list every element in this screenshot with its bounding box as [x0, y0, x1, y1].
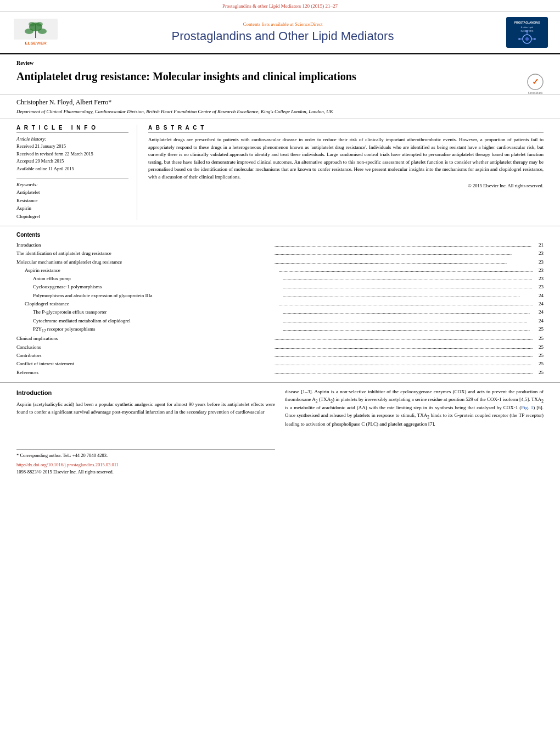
article-title: Antiplatelet drug resistance: Molecular … [16, 69, 527, 83]
abstract-column: A B S T R A C T Antiplatelet drugs are p… [148, 125, 544, 220]
intro-right-col: disease [1–3]. Aspirin is a non-selectiv… [285, 388, 544, 476]
contents-row-anion: Anion efflux pump ......................… [16, 275, 544, 283]
svg-point-17 [518, 38, 520, 40]
journal-logo-right: PROSTAGLANDINS & other Lipid INHIBITORS [505, 16, 549, 49]
header-section: ELSEVIER Contents lists available at Sci… [0, 12, 560, 54]
article-type: Review [0, 54, 560, 67]
contents-row-aspirin-resistance: Aspirin resistance .....................… [16, 266, 544, 275]
contents-section: Contents Introduction ..................… [0, 226, 560, 383]
contents-row-cytochrome: Cytochrome-mediated metabolism of clopid… [16, 317, 544, 325]
contents-row-identification: The identification of antiplatelet drug … [16, 249, 544, 258]
contents-table: Introduction ...........................… [16, 241, 544, 377]
contents-row-conclusions: Conclusions ............................… [16, 343, 544, 352]
contents-row-intro: Introduction ...........................… [16, 241, 544, 249]
svg-point-4 [38, 29, 47, 34]
contents-row-conflict: Conflict of interest statement .........… [16, 360, 544, 368]
accepted-date: Accepted 29 March 2015 [16, 158, 128, 165]
svg-point-13 [525, 37, 529, 41]
received-date: Received 21 January 2015 [16, 143, 128, 150]
contents-row-references: References .............................… [16, 369, 544, 377]
author-names: Christopher N. Floyd, Albert Ferro* [16, 98, 111, 106]
journal-top-bar: Prostaglandins & other Lipid Mediators 1… [0, 0, 560, 12]
issn-line: 1098-8823/© 2015 Elsevier Inc. All right… [16, 468, 275, 476]
copyright: © 2015 Elsevier Inc. All rights reserved… [148, 183, 544, 188]
keyword-4: Clopidogrel [16, 213, 128, 220]
affiliation: Department of Clinical Pharmacology, Car… [0, 108, 560, 119]
intro-left-para: Aspirin (acetylsalicylic acid) had been … [16, 401, 275, 416]
info-abstract-section: A R T I C L E I N F O Article history: R… [0, 119, 560, 226]
online-date: Available online 11 April 2015 [16, 165, 128, 173]
contents-row-cox1: Cyclooxygenase-1 polymorphisms .........… [16, 283, 544, 291]
crossmark-logo[interactable]: ✓ CrossMark [527, 74, 544, 90]
contents-row-clopidogrel: Clopidogrel resistance .................… [16, 300, 544, 308]
main-content-section: Introduction Aspirin (acetylsalicylic ac… [0, 383, 560, 481]
abstract-text: Antiplatelet drugs are prescribed to pat… [148, 136, 544, 181]
keyword-1: Antiplatelet [16, 188, 128, 196]
svg-text:PROSTAGLANDINS: PROSTAGLANDINS [514, 21, 540, 24]
intro-left-col: Introduction Aspirin (acetylsalicylic ac… [16, 388, 275, 476]
svg-point-5 [29, 22, 35, 26]
intro-section-title: Introduction [16, 388, 275, 398]
history-label: Article history: [16, 136, 128, 142]
article-info-header: A R T I C L E I N F O [16, 125, 128, 133]
svg-point-18 [534, 38, 536, 40]
svg-text:& other Lipid: & other Lipid [521, 26, 533, 29]
journal-citation: Prostaglandins & other Lipid Mediators 1… [222, 3, 338, 9]
journal-title-area: Contents lists available at ScienceDirec… [71, 21, 494, 43]
abstract-header: A B S T R A C T [148, 125, 544, 133]
keyword-3: Aspirin [16, 204, 128, 212]
elsevier-logo: ELSEVIER [11, 16, 60, 49]
contents-row-pglyco: The P-glycoprotein efflux transporter ..… [16, 308, 544, 316]
svg-text:ELSEVIER: ELSEVIER [25, 41, 47, 46]
footnote-corresponding: * Corresponding author. Tel.: +44 20 784… [16, 452, 275, 459]
svg-point-3 [25, 29, 33, 34]
article-info-column: A R T I C L E I N F O Article history: R… [16, 125, 137, 220]
svg-text:✓: ✓ [532, 77, 539, 86]
contents-row-contributors: Contributors ...........................… [16, 352, 544, 360]
keywords-label: Keywords: [16, 182, 128, 187]
doi-line[interactable]: http://dx.doi.org/10.1016/j.prostaglandi… [16, 461, 275, 468]
contents-row-molecular-mechanisms: Molecular mechanisms of antiplatelet dru… [16, 258, 544, 266]
keyword-2: Resistance [16, 197, 128, 204]
revised-date: Received in revised form 22 March 2015 [16, 150, 128, 158]
svg-point-6 [36, 22, 43, 26]
keywords-list: Antiplatelet Resistance Aspirin Clopidog… [16, 188, 128, 220]
contents-header: Contents [16, 232, 544, 238]
article-dates: Received 21 January 2015 Received in rev… [16, 143, 128, 172]
intro-right-para: disease [1–3]. Aspirin is a non-selectiv… [285, 388, 544, 428]
page-container: Prostaglandins & other Lipid Mediators 1… [0, 0, 560, 742]
svg-point-19 [526, 30, 528, 32]
science-direct-text: Contents lists available at ScienceDirec… [71, 21, 494, 27]
contents-row-clinical: Clinical implications ..................… [16, 334, 544, 343]
journal-main-title: Prostaglandins and Other Lipid Mediators [71, 29, 494, 43]
contents-row-glycoprotein: Polymorphisms and absolute expression of… [16, 292, 544, 300]
title-section: Antiplatelet drug resistance: Molecular … [0, 67, 560, 95]
science-direct-link[interactable]: ScienceDirect [295, 21, 322, 27]
authors-line: Christopher N. Floyd, Albert Ferro* [0, 95, 560, 108]
contents-row-p2y12: P2Y12 receptor polymorphisms ...........… [16, 325, 544, 335]
